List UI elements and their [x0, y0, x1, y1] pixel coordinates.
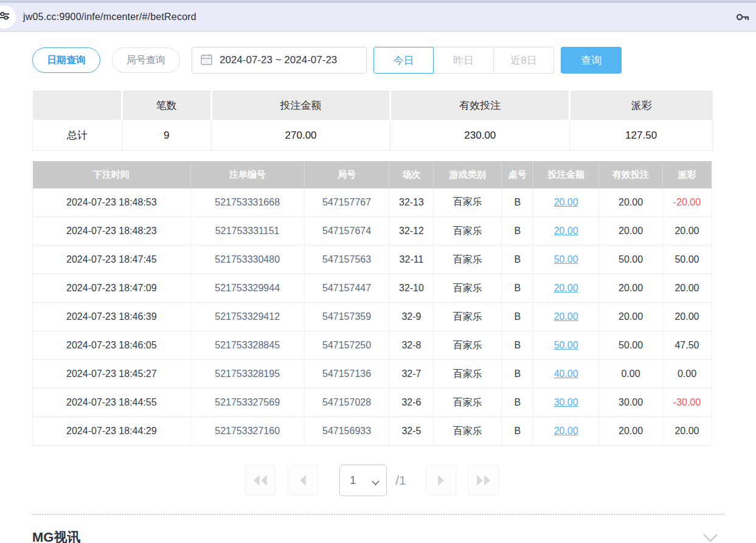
today-button[interactable]: 今日 [373, 47, 434, 74]
summary-total-bet-amount: 270.00 [211, 120, 390, 150]
cell-valid: 20.00 [599, 274, 663, 303]
round-query-tab[interactable]: 局号查询 [112, 47, 180, 73]
cell-bet: 20.00 [533, 274, 599, 303]
last-8-days-button[interactable]: 近8日 [494, 47, 554, 74]
date-query-tab[interactable]: 日期查询 [32, 47, 100, 73]
header-game-type: 游戏类别 [434, 161, 502, 188]
cell-bet: 50.00 [533, 331, 599, 360]
page-select[interactable]: 1 [339, 465, 387, 496]
cell-session: 32-6 [389, 389, 434, 417]
cell-session: 32-7 [389, 360, 434, 389]
cell-order-no: 521753329944 [190, 274, 304, 303]
cell-time: 2024-07-23 18:44:55 [33, 389, 191, 417]
page-select-wrap: 1 [339, 465, 387, 496]
bet-amount-link[interactable]: 20.00 [554, 283, 578, 293]
key-icon[interactable] [735, 11, 750, 26]
cell-payout: 47.50 [662, 331, 711, 360]
table-row: 2024-07-23 18:45:27521753328195547157136… [33, 360, 712, 389]
cell-round-no: 547157563 [304, 246, 389, 274]
cell-valid: 50.00 [599, 246, 663, 274]
bet-amount-link[interactable]: 50.00 [554, 254, 578, 265]
cell-valid: 50.00 [599, 331, 663, 360]
prev-page-button[interactable] [288, 465, 318, 496]
next-page-button[interactable] [426, 465, 456, 496]
cell-time: 2024-07-23 18:48:53 [33, 188, 191, 217]
cell-session: 32-10 [389, 274, 434, 303]
cell-time: 2024-07-23 18:46:39 [33, 303, 191, 331]
cell-order-no: 521753329412 [190, 303, 304, 331]
cell-time: 2024-07-23 18:45:27 [33, 360, 191, 389]
cell-payout: 50.00 [662, 246, 711, 274]
cell-bet: 20.00 [533, 303, 599, 331]
cell-valid: 30.00 [599, 389, 663, 417]
cell-round-no: 547156933 [304, 417, 389, 446]
double-right-arrow-icon [476, 475, 491, 486]
bet-amount-link[interactable]: 20.00 [554, 311, 578, 322]
bet-amount-link[interactable]: 20.00 [554, 426, 578, 436]
summary-total-count: 9 [122, 120, 211, 150]
cell-valid: 0.00 [599, 360, 663, 389]
bet-amount-link[interactable]: 30.00 [554, 397, 578, 407]
cell-game: 百家乐 [434, 274, 502, 303]
cell-round-no: 547157250 [304, 331, 389, 360]
cell-round-no: 547157028 [304, 389, 389, 417]
url-text[interactable]: jw05.cc:9900/infe/mcenter/#/betRecord [23, 12, 196, 22]
cell-game: 百家乐 [434, 417, 502, 446]
cell-table-no: B [502, 217, 533, 246]
last-page-button[interactable] [468, 465, 499, 496]
summary-header-blank [33, 91, 122, 120]
cell-payout: 20.00 [662, 417, 711, 446]
bet-amount-link[interactable]: 20.00 [554, 197, 578, 207]
right-arrow-icon [437, 475, 445, 486]
cell-table-no: B [502, 417, 533, 446]
cell-bet: 20.00 [533, 188, 599, 217]
cell-table-no: B [502, 389, 533, 417]
cell-session: 32-8 [389, 331, 434, 360]
bet-amount-link[interactable]: 40.00 [554, 368, 578, 379]
cell-round-no: 547157136 [304, 360, 389, 389]
header-bet-amount: 投注金额 [533, 161, 599, 188]
cell-valid: 20.00 [599, 188, 663, 217]
cell-game: 百家乐 [434, 246, 502, 274]
calendar-icon [201, 54, 212, 67]
cell-time: 2024-07-23 18:47:45 [33, 246, 191, 274]
cell-order-no: 521753327160 [190, 417, 304, 446]
collapse-chevron-icon[interactable] [702, 533, 718, 543]
table-row: 2024-07-23 18:46:05521753328845547157250… [33, 331, 712, 360]
first-page-button[interactable] [245, 465, 276, 496]
site-info-button[interactable] [0, 5, 16, 29]
header-round-no: 局号 [304, 161, 389, 188]
cell-bet: 50.00 [533, 246, 599, 274]
header-session: 场次 [389, 161, 434, 188]
total-pages-label: /1 [395, 473, 406, 488]
bet-amount-link[interactable]: 50.00 [554, 340, 578, 350]
cell-bet: 20.00 [533, 217, 599, 246]
cell-round-no: 547157767 [304, 188, 389, 217]
footer-section: MG视讯 [32, 514, 724, 543]
cell-order-no: 521753327569 [190, 389, 304, 417]
cell-payout: -30.00 [662, 389, 711, 417]
search-button[interactable]: 查询 [561, 47, 622, 74]
cell-table-no: B [502, 303, 533, 331]
cell-bet: 40.00 [533, 360, 599, 389]
cell-game: 百家乐 [434, 331, 502, 360]
yesterday-button[interactable]: 昨日 [434, 47, 494, 74]
cell-table-no: B [502, 274, 533, 303]
table-row: 2024-07-23 18:47:09521753329944547157447… [33, 274, 712, 303]
summary-total-label: 总计 [33, 120, 122, 150]
bet-record-table: 下注时间 注单编号 局号 场次 游戏类别 桌号 投注金额 有效投注 派彩 202… [32, 161, 712, 446]
cell-time: 2024-07-23 18:46:05 [33, 331, 191, 360]
cell-valid: 20.00 [599, 303, 663, 331]
bet-amount-link[interactable]: 20.00 [554, 226, 578, 236]
left-arrow-icon [299, 475, 307, 486]
cell-round-no: 547157447 [304, 274, 389, 303]
cell-session: 32-11 [389, 246, 434, 274]
table-row: 2024-07-23 18:48:23521753331151547157674… [33, 217, 712, 246]
cell-game: 百家乐 [434, 360, 502, 389]
browser-address-bar[interactable]: jw05.cc:9900/infe/mcenter/#/betRecord [0, 2, 756, 32]
cell-payout: 0.00 [662, 360, 711, 389]
date-range-input[interactable]: 2024-07-23 ~ 2024-07-23 [192, 47, 367, 74]
summary-header-payout: 派彩 [570, 91, 713, 120]
cell-table-no: B [502, 331, 533, 360]
cell-bet: 20.00 [533, 417, 599, 446]
